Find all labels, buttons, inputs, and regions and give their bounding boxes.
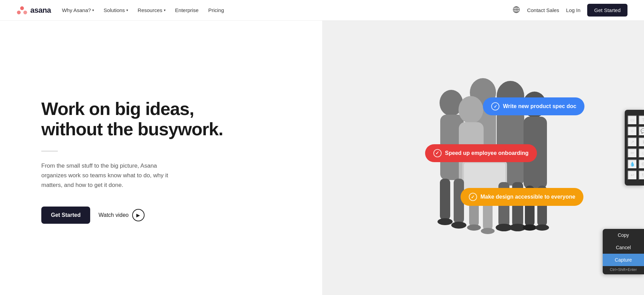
left-panel: Work on big ideas, without the busywork.… xyxy=(0,21,322,295)
redo-tool[interactable]: ↻ xyxy=(638,170,644,180)
hero-description: From the small stuff to the big picture,… xyxy=(41,161,172,190)
title-divider xyxy=(41,151,58,151)
pen-tool[interactable]: ✏ xyxy=(627,148,637,158)
cta-row: Get Started Watch video ▶ xyxy=(41,207,302,224)
play-icon: ▶ xyxy=(132,209,145,221)
log-in-button[interactable]: Log In xyxy=(566,7,581,13)
svg-point-11 xyxy=(458,96,483,124)
svg-point-33 xyxy=(523,224,537,231)
hero-title: Work on big ideas, without the busywork. xyxy=(41,99,302,140)
badge-onboarding: ✓ Speed up employee onboarding xyxy=(425,144,537,162)
globe-icon[interactable] xyxy=(513,6,520,15)
chevron-down-icon: ▾ xyxy=(164,8,166,12)
svg-point-30 xyxy=(481,228,495,234)
badge-write-spec: ✓ Write new product spec doc xyxy=(483,97,584,115)
svg-point-27 xyxy=(437,218,453,225)
logo[interactable]: asana xyxy=(17,6,51,15)
toolbar-grid: ▭ T ○ 💬 ↗ ℹ ✏ ☺ 💧 ⚙ ↩ ↻ xyxy=(626,113,643,183)
contact-sales-link[interactable]: Contact Sales xyxy=(527,7,559,13)
navigation: asana Why Asana? ▾ Solutions ▾ Resources… xyxy=(0,0,644,21)
screenshot-toolbar: ▭ T ○ 💬 ↗ ℹ ✏ ☺ 💧 ⚙ ↩ ↻ xyxy=(625,110,644,186)
arrow-tool[interactable]: ↗ xyxy=(627,137,637,147)
svg-point-28 xyxy=(451,222,466,229)
svg-point-34 xyxy=(535,224,549,231)
nav-resources[interactable]: Resources ▾ xyxy=(138,7,166,13)
check-icon: ✓ xyxy=(433,149,442,157)
svg-rect-19 xyxy=(440,179,450,220)
badge-design: ✓ Make design accessible to everyone xyxy=(461,188,584,206)
right-panel: ✓ Write new product spec doc ✓ Speed up … xyxy=(322,21,644,295)
check-icon: ✓ xyxy=(469,193,477,201)
svg-point-0 xyxy=(20,6,24,10)
cancel-button[interactable]: Cancel xyxy=(603,241,644,254)
text-tool[interactable]: T xyxy=(638,115,644,125)
chevron-down-icon: ▾ xyxy=(92,8,94,12)
nav-pricing[interactable]: Pricing xyxy=(208,7,224,13)
dropper-tool[interactable]: 💧 xyxy=(627,159,637,169)
chevron-down-icon: ▾ xyxy=(126,8,128,12)
ellipse-tool[interactable]: ○ xyxy=(627,126,637,136)
nav-links: Why Asana? ▾ Solutions ▾ Resources ▾ Ent… xyxy=(62,7,224,13)
capture-button[interactable]: Capture xyxy=(603,254,644,266)
info-tool[interactable]: ℹ xyxy=(638,137,644,147)
rectangle-tool[interactable]: ▭ xyxy=(627,115,637,125)
shortcut-label: Ctrl+Shift+Enter xyxy=(603,266,644,274)
watch-video-button[interactable]: Watch video ▶ xyxy=(98,209,144,221)
nav-solutions[interactable]: Solutions ▾ xyxy=(104,7,128,13)
nav-enterprise[interactable]: Enterprise xyxy=(175,7,199,13)
copy-button[interactable]: Copy xyxy=(603,229,644,241)
context-menu: Copy Cancel Capture Ctrl+Shift+Enter xyxy=(603,229,644,274)
check-icon: ✓ xyxy=(491,102,499,110)
get-started-button[interactable]: Get Started xyxy=(41,207,90,224)
nav-left: asana Why Asana? ▾ Solutions ▾ Resources… xyxy=(17,6,224,15)
nav-why-asana[interactable]: Why Asana? ▾ xyxy=(62,7,94,13)
nav-right: Contact Sales Log In Get Started xyxy=(513,4,627,17)
comment-tool[interactable]: 💬 xyxy=(638,126,644,136)
svg-point-29 xyxy=(467,224,481,231)
undo-tool[interactable]: ↩ xyxy=(627,170,637,180)
people-container: ✓ Write new product spec doc ✓ Speed up … xyxy=(322,21,644,295)
emoji-tool[interactable]: ☺ xyxy=(638,148,644,158)
main-container: Work on big ideas, without the busywork.… xyxy=(0,21,644,295)
get-started-nav-button[interactable]: Get Started xyxy=(587,4,627,17)
svg-point-2 xyxy=(23,10,27,14)
settings-tool[interactable]: ⚙ xyxy=(638,159,644,169)
logo-text: asana xyxy=(30,6,51,15)
svg-point-1 xyxy=(17,10,21,14)
